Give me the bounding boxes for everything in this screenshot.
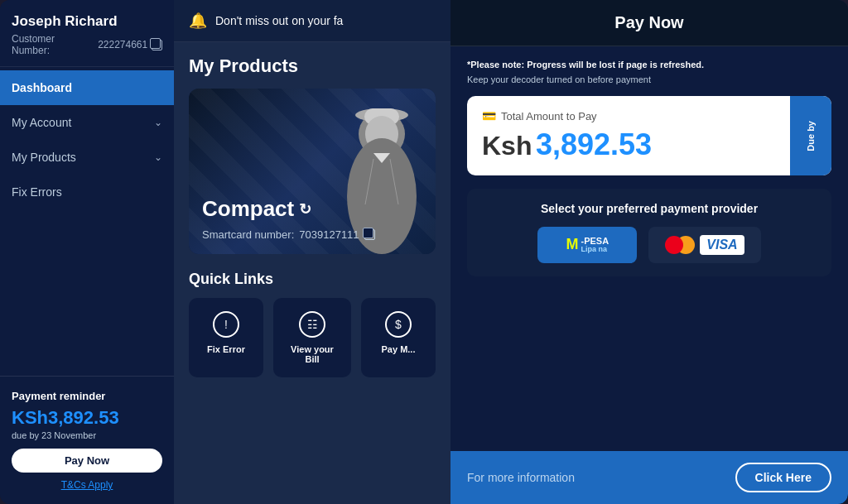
- amount-main: 💳 Total Amount to Pay Ksh 3,892.53: [482, 109, 817, 162]
- mpesa-pesa-text: ‑PESA Lipa na: [581, 236, 610, 254]
- provider-title: Select your preferred payment provider: [482, 202, 817, 215]
- sidebar-item-fix-errors[interactable]: Fix Errors: [0, 175, 174, 209]
- main-panel: 🔔 Don't miss out on your fa My Products …: [174, 0, 450, 504]
- main-header: 🔔 Don't miss out on your fa: [174, 0, 450, 42]
- notification-text: Don't miss out on your fa: [215, 14, 343, 27]
- due-by-label: Due by: [806, 121, 816, 151]
- username-text: Joseph Richard: [12, 13, 118, 30]
- refresh-icon: ↻: [299, 200, 311, 218]
- copy-icon[interactable]: [152, 40, 162, 50]
- chevron-down-icon: ⌄: [154, 151, 162, 163]
- payment-reminder-section: Payment reminder KSh3,892.53 due by 23 N…: [0, 376, 174, 504]
- quick-link-fix-error[interactable]: ! Fix Error: [189, 298, 263, 377]
- exclamation-icon: !: [213, 311, 239, 338]
- payment-reminder-label: Payment reminder: [12, 390, 162, 402]
- sidebar-item-products[interactable]: My Products ⌄: [0, 140, 174, 175]
- mpesa-logo: M ‑PESA Lipa na: [566, 236, 610, 254]
- visa-text: VISA: [700, 235, 744, 255]
- smartcard-info: Smartcard number: 7039127111: [202, 228, 375, 241]
- sidebar: Joseph Richard Customer Number: 22227466…: [0, 0, 174, 504]
- amount-number: 3,892.53: [536, 127, 652, 161]
- sidebar-nav: Dashboard My Account ⌄ My Products ⌄ Fix…: [0, 67, 174, 376]
- products-title: My Products: [189, 55, 436, 77]
- sidebar-username: Joseph Richard: [12, 13, 162, 30]
- quick-link-label: View your Bill: [283, 344, 341, 364]
- payment-provider-section: Select your preferred payment provider M…: [467, 189, 831, 276]
- nav-label-products: My Products: [12, 151, 76, 164]
- tcs-link[interactable]: T&Cs Apply: [12, 479, 162, 491]
- pay-panel-body: *Please note: Progress will be lost if p…: [450, 46, 848, 451]
- amount-card: 💳 Total Amount to Pay Ksh 3,892.53 Due b…: [467, 96, 831, 175]
- quick-link-label: Pay M...: [382, 344, 416, 354]
- main-content: My Products Compact ↻ Smartcard number: …: [174, 42, 450, 504]
- mpesa-button[interactable]: M ‑PESA Lipa na: [537, 227, 637, 263]
- click-here-button[interactable]: Click Here: [735, 463, 831, 492]
- footer-info-text: For more information: [467, 471, 575, 484]
- product-card-background: Compact ↻ Smartcard number: 7039127111: [189, 89, 436, 254]
- sidebar-header: Joseph Richard Customer Number: 22227466…: [0, 0, 174, 67]
- pay-panel-header: Pay Now: [450, 0, 848, 46]
- pay-now-panel: Pay Now *Please note: Progress will be l…: [450, 0, 848, 504]
- bell-icon: 🔔: [189, 12, 207, 30]
- customer-label: Customer Number:: [12, 33, 94, 56]
- pay-decoder-note: Keep your decoder turned on before payme…: [467, 74, 831, 84]
- quick-link-label: Fix Error: [207, 344, 245, 354]
- due-by-tab: Due by: [790, 96, 831, 175]
- pay-panel-title: Pay Now: [467, 13, 831, 32]
- quick-link-pay[interactable]: $ Pay M...: [361, 298, 436, 377]
- smartcard-label: Smartcard number:: [202, 228, 294, 241]
- amount-display: Ksh 3,892.53: [482, 127, 817, 162]
- smartcard-copy-icon[interactable]: [364, 229, 375, 240]
- product-card: Compact ↻ Smartcard number: 7039127111: [189, 89, 436, 254]
- chevron-down-icon: ⌄: [154, 117, 162, 128]
- pay-note: *Please note: Progress will be lost if p…: [467, 60, 831, 70]
- document-icon: ☷: [299, 311, 325, 338]
- sidebar-item-dashboard[interactable]: Dashboard: [0, 70, 174, 105]
- smartcard-number: 7039127111: [299, 228, 359, 241]
- visa-mastercard-circles: [665, 236, 695, 254]
- quick-link-view-bill[interactable]: ☷ View your Bill: [273, 298, 351, 377]
- customer-info: Customer Number: 222274661: [12, 33, 162, 56]
- payment-due: due by 23 November: [12, 430, 162, 440]
- amount-label: 💳 Total Amount to Pay: [482, 109, 817, 122]
- nav-label-dashboard: Dashboard: [12, 81, 72, 94]
- nav-label-fix-errors: Fix Errors: [12, 185, 62, 199]
- visa-button[interactable]: VISA: [648, 227, 760, 263]
- amount-currency: Ksh: [482, 131, 532, 161]
- payment-amount: KSh3,892.53: [12, 407, 162, 429]
- pay-panel-footer: For more information Click Here: [450, 451, 848, 504]
- sidebar-pay-now-button[interactable]: Pay Now: [12, 449, 162, 473]
- sidebar-item-account[interactable]: My Account ⌄: [0, 105, 174, 140]
- wallet-icon: 💳: [482, 109, 496, 122]
- provider-buttons: M ‑PESA Lipa na VISA: [482, 227, 817, 263]
- mpesa-m-letter: M: [566, 236, 579, 253]
- product-name: Compact ↻: [202, 196, 375, 222]
- nav-label-account: My Account: [12, 116, 71, 129]
- customer-number: 222274661: [98, 39, 147, 50]
- quick-links-title: Quick Links: [189, 271, 436, 288]
- pay-icon: $: [385, 311, 412, 338]
- product-card-info: Compact ↻ Smartcard number: 7039127111: [202, 196, 375, 241]
- quick-links-grid: ! Fix Error ☷ View your Bill $ Pay M...: [189, 298, 436, 377]
